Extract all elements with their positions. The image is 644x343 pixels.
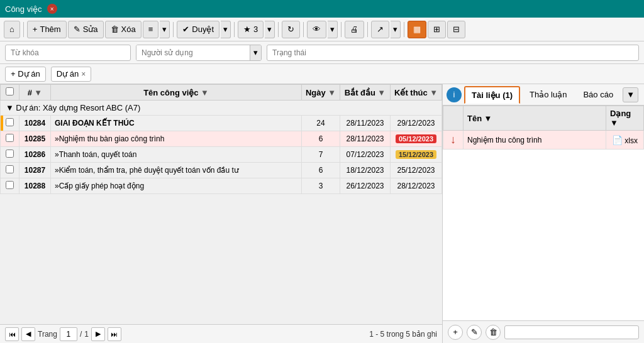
menu-icon: ≡ bbox=[148, 24, 153, 34]
home-button[interactable]: ⌂ bbox=[4, 21, 20, 38]
col-header-date: Ngày ▼ bbox=[301, 85, 340, 101]
docs-tab[interactable]: Tài liệu (1) bbox=[464, 86, 520, 104]
edit-button[interactable]: ✎ Sửa bbox=[68, 21, 104, 38]
star-icon: ★ bbox=[243, 24, 251, 34]
footer-add-icon: + bbox=[453, 327, 458, 337]
right-col-header-type: Dạng ▼ bbox=[606, 106, 644, 131]
row-checkbox[interactable] bbox=[6, 165, 14, 173]
chart-view-icon: ⊟ bbox=[453, 24, 460, 34]
view-list-button[interactable]: ▦ bbox=[408, 21, 426, 38]
right-table-row[interactable]: ↓ Nghiệm thu công trình 📄 xlsx bbox=[443, 131, 644, 150]
grid-view-icon: ⊞ bbox=[433, 24, 440, 34]
project-tag-close-icon[interactable]: × bbox=[81, 70, 86, 79]
row-check-cell bbox=[1, 116, 19, 131]
row-checkbox[interactable] bbox=[6, 181, 14, 189]
row-start-cell: 26/12/2023 bbox=[340, 178, 391, 194]
footer-add-button[interactable]: + bbox=[448, 325, 463, 340]
more-tabs-icon: ▼ bbox=[626, 90, 635, 99]
table-row[interactable]: 10284 GIAI ĐOẠN KẾT THÚC 24 28/11/2023 2… bbox=[1, 116, 442, 131]
right-table-body: ↓ Nghiệm thu công trình 📄 xlsx bbox=[443, 131, 644, 150]
list-view-icon: ▦ bbox=[413, 24, 421, 34]
footer-search-input[interactable] bbox=[504, 325, 639, 339]
share-button[interactable]: ↗ bbox=[371, 21, 389, 38]
page-first-button[interactable]: ⏮ bbox=[5, 327, 19, 341]
approve-button[interactable]: ✔ Duyệt bbox=[177, 21, 219, 38]
sep6 bbox=[341, 22, 341, 37]
right-type-filter-icon[interactable]: ▼ bbox=[610, 118, 618, 128]
share-caret-button[interactable]: ▾ bbox=[391, 21, 401, 38]
more-tabs-button[interactable]: ▼ bbox=[623, 87, 638, 102]
page-prev-button[interactable]: ◀ bbox=[21, 327, 35, 341]
select-all-checkbox[interactable] bbox=[6, 87, 14, 95]
menu-button[interactable]: ≡ bbox=[143, 21, 159, 38]
eye-button[interactable]: 👁 bbox=[307, 21, 326, 38]
row-days-cell: 3 bbox=[301, 178, 340, 194]
page-last-button[interactable]: ⏭ bbox=[108, 327, 121, 341]
row-end-cell: 25/12/2023 bbox=[391, 163, 442, 178]
footer-edit-button[interactable]: ✎ bbox=[467, 325, 482, 340]
sep4 bbox=[278, 22, 279, 37]
row-days-cell: 6 bbox=[301, 131, 340, 147]
filter-end-icon[interactable]: ▼ bbox=[430, 88, 438, 97]
footer-delete-button[interactable]: 🗑 bbox=[486, 325, 501, 340]
search-input[interactable] bbox=[5, 45, 131, 61]
row-end-cell: 05/12/2023 bbox=[391, 131, 442, 147]
table-row[interactable]: 10287 »Kiểm toán, thẩm tra, phê duyệt qu… bbox=[1, 163, 442, 178]
row-check-cell bbox=[1, 178, 19, 194]
menu-caret-button[interactable]: ▾ bbox=[160, 21, 170, 38]
row-checkbox[interactable] bbox=[6, 134, 14, 142]
table-container[interactable]: # ▼ Tên công việc ▼ Ngày ▼ Bắt đầu bbox=[0, 84, 442, 324]
row-checkbox[interactable] bbox=[6, 150, 14, 158]
footer-delete-icon: 🗑 bbox=[489, 327, 497, 337]
table-row[interactable]: 10286 »Thanh toán, quyết toán 7 07/12/20… bbox=[1, 147, 442, 163]
delete-icon: 🗑 bbox=[111, 24, 119, 34]
right-table-header-row: Tên ▼ Dạng ▼ bbox=[443, 106, 644, 131]
group-row-label: Dự án: Xây dựng Resort ABC (A7) bbox=[16, 103, 140, 112]
discuss-tab[interactable]: Thảo luận bbox=[523, 86, 574, 104]
download-arrow-icon[interactable]: ↓ bbox=[450, 133, 456, 146]
refresh-button[interactable]: ↻ bbox=[282, 21, 300, 38]
row-name-cell: GIAI ĐOẠN KẾT THÚC bbox=[51, 116, 302, 131]
table-row[interactable]: 10288 »Cấp giấy phép hoạt động 3 26/12/2… bbox=[1, 178, 442, 194]
view-chart-button[interactable]: ⊟ bbox=[447, 21, 465, 38]
view-grid-button[interactable]: ⊞ bbox=[428, 21, 446, 38]
table-header-row: # ▼ Tên công việc ▼ Ngày ▼ Bắt đầu bbox=[1, 85, 442, 101]
user-filter-input[interactable] bbox=[136, 45, 250, 60]
row-start-cell: 07/12/2023 bbox=[340, 147, 391, 163]
report-tab[interactable]: Báo cáo bbox=[576, 86, 620, 104]
expand-icon[interactable]: ▼ bbox=[6, 103, 14, 112]
right-row-type-cell: 📄 xlsx bbox=[606, 131, 644, 150]
docs-tab-label: Tài liệu (1) bbox=[472, 90, 513, 100]
page-input[interactable] bbox=[60, 327, 77, 341]
user-filter-caret[interactable]: ▾ bbox=[250, 45, 261, 60]
star-caret-button[interactable]: ▾ bbox=[265, 21, 275, 38]
filter-num-icon[interactable]: ▼ bbox=[34, 88, 42, 97]
row-checkbox[interactable] bbox=[6, 118, 14, 126]
close-button[interactable]: × bbox=[47, 4, 57, 14]
filter-start-icon[interactable]: ▼ bbox=[377, 88, 386, 97]
eye-caret-button[interactable]: ▾ bbox=[328, 21, 338, 38]
row-end-cell: 28/12/2023 bbox=[391, 178, 442, 194]
table-body: ▼ Dự án: Xây dựng Resort ABC (A7) 10284 … bbox=[1, 101, 442, 194]
row-name-cell: »Kiểm toán, thẩm tra, phê duyệt quyết to… bbox=[51, 163, 302, 178]
delete-button[interactable]: 🗑 Xóa bbox=[105, 21, 142, 38]
status-filter-input[interactable] bbox=[267, 45, 639, 61]
right-col-header-download bbox=[443, 106, 464, 131]
col-header-start: Bắt đầu ▼ bbox=[340, 85, 391, 101]
info-tab-button[interactable]: i bbox=[447, 87, 462, 102]
page-next-button[interactable]: ▶ bbox=[91, 327, 105, 341]
filter-name-icon[interactable]: ▼ bbox=[201, 88, 209, 97]
star-button[interactable]: ★ 3 bbox=[238, 21, 264, 38]
home-icon: ⌂ bbox=[9, 24, 14, 34]
sep3 bbox=[234, 22, 235, 37]
approve-caret-button[interactable]: ▾ bbox=[221, 21, 231, 38]
filter-date-icon[interactable]: ▼ bbox=[328, 88, 336, 97]
table-row[interactable]: 10285 »Nghiệm thu bàn giao công trình 6 … bbox=[1, 131, 442, 147]
right-row-download-cell: ↓ bbox=[443, 131, 464, 150]
row-start-cell: 28/11/2023 bbox=[340, 131, 391, 147]
right-name-filter-icon[interactable]: ▼ bbox=[484, 114, 492, 123]
add-project-label: + Dự án bbox=[11, 69, 40, 79]
add-project-button[interactable]: + Dự án bbox=[5, 67, 46, 82]
add-button[interactable]: + Thêm bbox=[27, 21, 67, 38]
print-button[interactable]: 🖨 bbox=[345, 21, 364, 38]
